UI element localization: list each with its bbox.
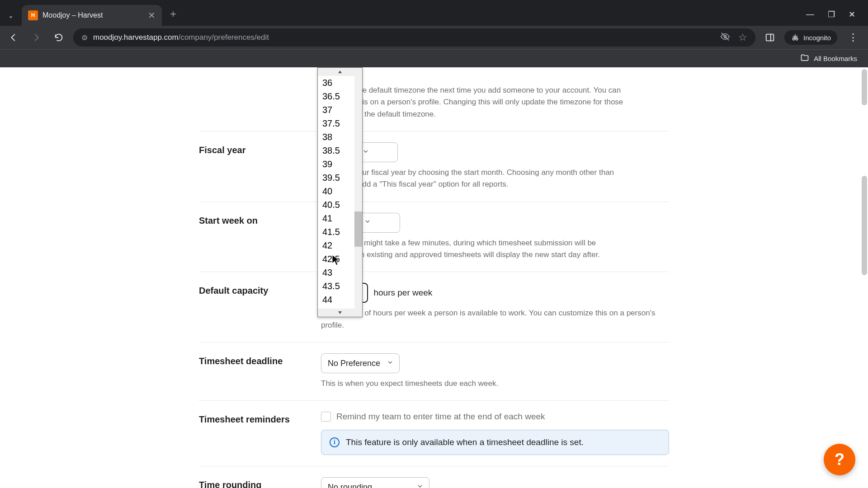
- reminders-checkbox-label: Remind my team to enter time at the end …: [336, 412, 545, 422]
- address-bar[interactable]: ⚙ moodjoy.harvestapp.com/company/prefere…: [73, 28, 755, 47]
- svg-rect-2: [766, 34, 774, 41]
- back-button[interactable]: [5, 29, 22, 46]
- info-icon: i: [330, 437, 340, 447]
- chevron-down-icon: [416, 483, 424, 488]
- pref-row-reminders: Timesheet reminders Remind my team to en…: [199, 400, 669, 466]
- capacity-label: Default capacity: [199, 283, 321, 331]
- site-info-icon[interactable]: ⚙: [81, 33, 88, 42]
- tab-search-button[interactable]: [3, 9, 19, 26]
- bookmarks-bar: All Bookmarks: [0, 49, 868, 67]
- browser-tab-strip: H Moodjoy – Harvest ✕ + — ❐ ✕: [0, 0, 868, 26]
- reminders-label: Timesheet reminders: [199, 412, 321, 455]
- scrollbar-thumb-2[interactable]: [862, 176, 867, 275]
- tab-favicon: H: [28, 10, 38, 20]
- maximize-button[interactable]: ❐: [828, 9, 835, 19]
- bookmarks-folder-icon[interactable]: [800, 53, 809, 64]
- close-tab-icon[interactable]: ✕: [148, 10, 156, 21]
- window-controls: — ❐ ✕: [806, 9, 868, 26]
- new-tab-button[interactable]: +: [170, 8, 176, 20]
- capacity-help: The number of hours per week a person is…: [321, 307, 669, 331]
- chevron-down-icon: [387, 359, 394, 368]
- page-viewport: he default timezone the next time you ad…: [0, 67, 868, 488]
- browser-toolbar: ⚙ moodjoy.harvestapp.com/company/prefere…: [0, 26, 868, 49]
- chevron-down-icon: [364, 218, 371, 227]
- eye-off-icon[interactable]: [720, 32, 730, 43]
- pref-row-start-week: Start week on s might take a few minutes…: [199, 202, 669, 272]
- pref-row-timezone: he default timezone the next time you ad…: [199, 78, 669, 131]
- browser-tab-active[interactable]: H Moodjoy – Harvest ✕: [22, 5, 162, 26]
- deadline-select[interactable]: No Preference: [321, 353, 400, 373]
- bookmark-star-icon[interactable]: ☆: [738, 32, 747, 43]
- rounding-select[interactable]: No rounding: [321, 477, 429, 488]
- page-scrollbar[interactable]: [861, 67, 868, 488]
- minimize-button[interactable]: —: [806, 9, 814, 19]
- reload-button[interactable]: [51, 29, 67, 46]
- deadline-help: This is when you expect timesheets due e…: [321, 378, 669, 389]
- dropdown-scroll-up[interactable]: [318, 68, 362, 76]
- deadline-label: Timesheet deadline: [199, 353, 321, 389]
- fiscal-year-help: our fiscal year by choosing the start mo…: [321, 167, 669, 191]
- incognito-label: Incognito: [803, 34, 831, 42]
- dropdown-scrollbar[interactable]: [354, 76, 362, 309]
- dropdown-scrollbar-thumb[interactable]: [354, 211, 362, 247]
- svg-marker-7: [338, 311, 342, 314]
- rounding-label: Time rounding: [199, 477, 321, 488]
- reminders-info-banner: i This feature is only available when a …: [321, 430, 669, 455]
- deadline-value: No Preference: [328, 359, 380, 368]
- pref-row-fiscal-year: Fiscal year our fiscal year by choosing …: [199, 131, 669, 202]
- reminders-checkbox[interactable]: [321, 412, 331, 422]
- start-week-label: Start week on: [199, 213, 321, 261]
- pref-row-rounding: Time rounding No rounding This controls …: [199, 466, 669, 488]
- fiscal-year-label: Fiscal year: [199, 142, 321, 191]
- reminders-banner-text: This feature is only available when a ti…: [346, 437, 584, 447]
- svg-marker-6: [338, 70, 342, 73]
- timezone-help: he default timezone the next time you ad…: [321, 84, 669, 120]
- rounding-value: No rounding: [328, 483, 372, 488]
- capacity-dropdown-list[interactable]: 3636.53737.53838.53939.54040.54141.54242…: [317, 67, 363, 317]
- all-bookmarks-link[interactable]: All Bookmarks: [814, 55, 857, 62]
- start-week-help: s might take a few minutes, during which…: [321, 237, 669, 261]
- dropdown-scroll-down[interactable]: [318, 309, 362, 317]
- chevron-down-icon: [362, 148, 369, 157]
- side-panel-button[interactable]: [762, 29, 778, 46]
- pref-row-default-capacity: Default capacity 35 hours per week The n…: [199, 272, 669, 342]
- help-button[interactable]: ?: [824, 444, 855, 475]
- incognito-indicator[interactable]: Incognito: [784, 30, 837, 45]
- scrollbar-thumb-1[interactable]: [862, 69, 867, 105]
- capacity-suffix: hours per week: [373, 288, 432, 297]
- forward-button[interactable]: [28, 29, 44, 46]
- close-window-button[interactable]: ✕: [849, 9, 855, 19]
- browser-menu-button[interactable]: ⋮: [848, 32, 858, 43]
- pref-row-deadline: Timesheet deadline No Preference This is…: [199, 342, 669, 400]
- tab-title: Moodjoy – Harvest: [42, 11, 143, 19]
- url-text: moodjoy.harvestapp.com/company/preferenc…: [93, 33, 269, 42]
